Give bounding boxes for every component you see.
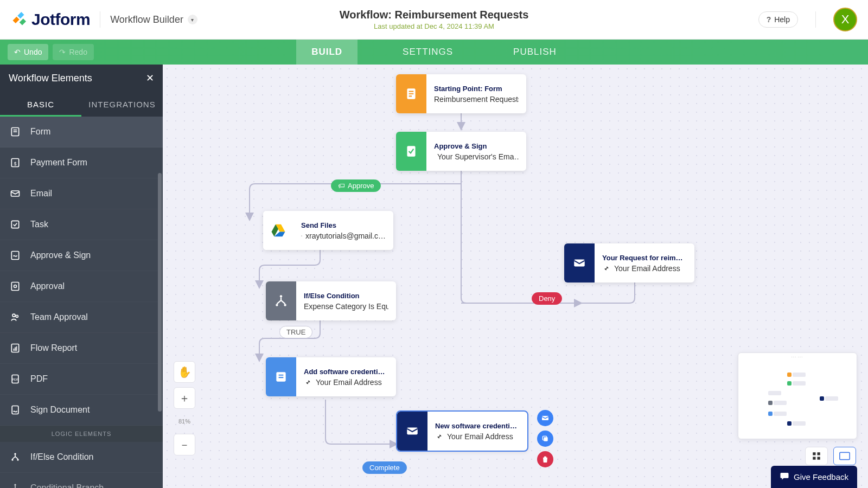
node-subtitle: Your Email Address [435, 432, 520, 441]
form-icon [396, 74, 426, 113]
node-subtitle: Your Email Address [602, 264, 687, 273]
sidebar-tab-integrations[interactable]: INTEGRATIONS [81, 92, 163, 117]
sidebar-item-approve-sign[interactable]: Approve & Sign [0, 240, 163, 271]
svg-rect-40 [813, 452, 815, 455]
sign-icon [9, 403, 22, 416]
sidebar-tab-basic[interactable]: BASIC [0, 92, 81, 117]
sidebar-item-email[interactable]: Email [0, 178, 163, 209]
view-canvas-button[interactable] [833, 447, 856, 465]
zoom-in-button[interactable]: ＋ [174, 387, 195, 409]
workflow-canvas[interactable]: Starting Point: Form Reimbursement Reque… [163, 65, 868, 488]
form-icon [9, 125, 22, 138]
gdrive-icon [263, 211, 293, 250]
close-icon[interactable]: ✕ [146, 72, 154, 84]
help-label: Help [774, 15, 790, 24]
sidebar-item-label: Payment Form [30, 158, 87, 168]
tab-settings[interactable]: SETTINGS [387, 40, 468, 65]
sidebar-section-logic: LOGIC ELEMENTS [0, 426, 163, 442]
node-ifelse[interactable]: If/Else Condition Expense Category Is Eq… [266, 281, 396, 320]
payment-icon: $ [9, 156, 22, 169]
node-actions [537, 410, 553, 467]
user-avatar[interactable]: X [833, 8, 857, 31]
sidebar-item-label: Sign Document [30, 405, 90, 415]
sidebar-scrollbar[interactable] [158, 173, 162, 412]
pill-complete[interactable]: Complete [362, 461, 407, 474]
sidebar-item-payment-form[interactable]: $Payment Form [0, 147, 163, 178]
give-feedback-button[interactable]: Give Feedback [771, 466, 857, 488]
svg-point-30 [280, 295, 282, 297]
help-button[interactable]: ? Help [758, 11, 798, 28]
sidebar-item-label: Form [30, 127, 50, 137]
view-grid-button[interactable] [805, 447, 828, 465]
svg-rect-18 [12, 406, 18, 414]
node-start[interactable]: Starting Point: Form Reimbursement Reque… [396, 74, 526, 113]
node-subtitle: Your Supervisor's Ema… [434, 152, 519, 161]
node-title: Send Files [301, 221, 386, 229]
undo-icon: ↶ [14, 48, 21, 56]
sidebar-item-form[interactable]: Form [0, 117, 163, 147]
pill-deny[interactable]: Deny [532, 292, 562, 305]
svg-text:PDF: PDF [12, 378, 18, 381]
svg-point-9 [14, 285, 17, 288]
svg-rect-6 [11, 221, 18, 228]
svg-point-21 [17, 459, 18, 460]
tab-publish[interactable]: PUBLISH [498, 40, 572, 65]
node-approve-sign[interactable]: Approve & Sign Your Supervisor's Ema… [396, 132, 526, 171]
node-send-files[interactable]: Send Files xraytutorials@gmail.c… [263, 211, 393, 250]
canvas-controls: ✋ ＋ 81% － [174, 361, 195, 455]
svg-point-32 [284, 304, 286, 306]
node-title: If/Else Condition [304, 292, 388, 300]
svg-point-11 [16, 315, 18, 317]
sidebar-item-ifelse[interactable]: If/Else Condition [0, 442, 163, 473]
svg-rect-41 [818, 452, 820, 455]
drag-handle-icon[interactable]: ⋯⋯ [738, 353, 857, 361]
header-title-block: Workflow: Reimbursement Requests Last up… [340, 9, 529, 30]
workflow-subtitle: Last updated at Dec 4, 2024 11:39 AM [340, 22, 529, 30]
pill-approve[interactable]: 🏷 Approve [331, 179, 381, 192]
node-action-copy[interactable] [537, 431, 553, 447]
email-icon [564, 243, 595, 282]
brand-text: Jotform [31, 10, 90, 29]
task-icon [9, 218, 22, 231]
pill-true[interactable]: TRUE [279, 326, 312, 338]
sidebar-item-flow-report[interactable]: Flow Report [0, 333, 163, 364]
tab-build[interactable]: BUILD [296, 40, 358, 65]
sidebar-item-task[interactable]: Task [0, 209, 163, 240]
page-selector[interactable]: Workflow Builder ▾ [110, 14, 197, 25]
feedback-label: Give Feedback [794, 472, 848, 481]
undo-button[interactable]: ↶ Undo [8, 44, 48, 60]
node-title: Add software credentials to … [304, 368, 388, 376]
node-action-email[interactable] [537, 410, 553, 426]
sidebar-item-conditional-branch[interactable]: Conditional Branch [0, 473, 163, 488]
task-icon [266, 357, 296, 396]
sidebar-item-sign-document[interactable]: Sign Document [0, 395, 163, 426]
sidebar-item-approval[interactable]: Approval [0, 271, 163, 302]
node-deny-email[interactable]: Your Request for reimbursem… Your Email … [564, 243, 694, 282]
svg-point-31 [276, 304, 278, 306]
sidebar-item-team-approval[interactable]: Team Approval [0, 302, 163, 333]
sidebar-item-label: Email [30, 189, 52, 198]
sidebar-item-pdf[interactable]: PDFPDF [0, 364, 163, 395]
node-task[interactable]: Add software credentials to … Your Email… [266, 357, 396, 396]
logo-icon [11, 12, 26, 27]
approval-icon [9, 280, 22, 293]
svg-point-22 [14, 484, 16, 486]
tag-icon: 🏷 [338, 182, 345, 190]
zoom-out-button[interactable]: － [174, 434, 195, 455]
sidebar-item-label: If/Else Condition [30, 452, 94, 462]
node-action-delete[interactable] [537, 451, 553, 467]
brand-logo[interactable]: Jotform [11, 10, 90, 29]
pdf-icon: PDF [9, 373, 22, 386]
svg-point-10 [12, 314, 15, 317]
hand-icon: ✋ [178, 365, 192, 378]
main-tabs-bar: ↶ Undo ↷ Redo BUILD SETTINGS PUBLISH [0, 40, 868, 65]
minimap[interactable]: ⋯⋯ [738, 352, 857, 439]
sidebar-item-label: Team Approval [30, 312, 88, 322]
sidebar-item-label: Task [30, 220, 48, 229]
svg-text:$: $ [14, 161, 17, 166]
workflow-title: Workflow: Reimbursement Requests [340, 9, 529, 21]
pan-button[interactable]: ✋ [174, 361, 195, 383]
redo-button[interactable]: ↷ Redo [53, 44, 93, 60]
node-new-creds-email[interactable]: New software credentials ha… Your Email … [397, 412, 527, 451]
svg-rect-8 [11, 282, 18, 291]
